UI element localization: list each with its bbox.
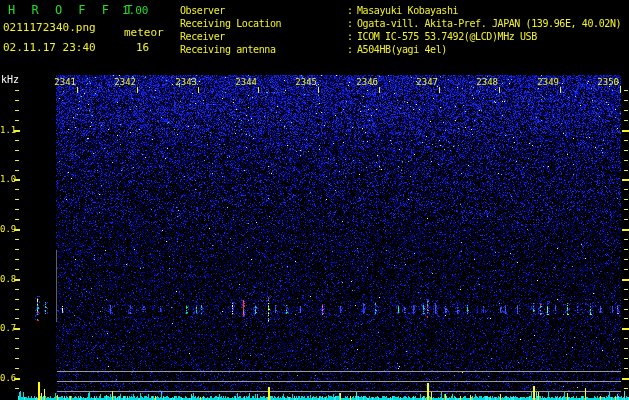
freq-minor-tick [15,209,19,210]
station-separator: : [347,4,357,17]
station-value: Ogata-vill. Akita-Pref. JAPAN (139.96E, … [357,17,621,30]
freq-minor-tick [15,100,19,101]
freq-major-tick [622,378,629,380]
freq-minor-tick [15,269,19,270]
station-row: Receiving Location:Ogata-vill. Akita-Pre… [180,17,621,30]
freq-label: 0.8 [0,274,13,284]
freq-minor-tick [624,269,628,270]
freq-minor-tick [624,388,628,389]
freq-minor-tick [15,368,19,369]
station-value: ICOM IC-575 53.7492(@LCD)MHz USB [357,30,537,43]
time-label: 2344 [229,77,257,87]
station-value: Masayuki Kobayashi [357,4,458,17]
station-row: Receiver:ICOM IC-575 53.7492(@LCD)MHz US… [180,30,621,43]
app-title: H R O F F T [8,3,137,17]
time-label: 2345 [289,77,317,87]
freq-minor-tick [624,289,628,290]
freq-minor-tick [624,338,628,339]
freq-minor-tick [624,219,628,220]
freq-minor-tick [15,249,19,250]
time-tick [198,87,199,93]
hrofft-screen: H R O F F T 1.00 0211172340.png meteor 0… [0,0,629,400]
freq-minor-tick [624,160,628,161]
freq-minor-tick [624,358,628,359]
freq-label: 0.6 [0,373,13,383]
freq-major-tick [622,279,629,281]
freq-minor-tick [15,239,19,240]
freq-minor-tick [624,199,628,200]
freq-minor-tick [624,209,628,210]
freq-label: 0.7 [0,323,13,333]
time-label: 2342 [108,77,136,87]
mode-label: meteor [124,26,164,39]
freq-minor-tick [15,309,19,310]
time-tick [318,87,319,93]
time-label: 2343 [169,77,197,87]
freq-minor-tick [15,289,19,290]
freq-minor-tick [624,309,628,310]
time-tick [258,87,259,93]
freq-minor-tick [15,199,19,200]
freq-label: 1.1 [0,125,13,135]
time-label: 2346 [350,77,378,87]
output-filename: 0211172340.png [3,21,96,34]
freq-major-tick [622,229,629,231]
station-separator: : [347,17,357,30]
station-separator: : [347,43,357,56]
freq-minor-tick [624,150,628,151]
station-label: Receiver [180,30,347,43]
time-tick [379,87,380,93]
station-label: Receiving antenna [180,43,347,56]
freq-minor-tick [15,150,19,151]
station-separator: : [347,30,357,43]
freq-minor-tick [15,299,19,300]
freq-minor-tick [624,368,628,369]
freq-minor-tick [624,100,628,101]
freq-minor-tick [624,110,628,111]
time-tick [137,87,138,93]
freq-axis-unit: kHz [1,74,19,85]
time-tick [499,87,500,93]
freq-minor-tick [624,299,628,300]
time-label: 2349 [531,77,559,87]
station-label: Receiving Location [180,17,347,30]
freq-minor-tick [624,318,628,319]
freq-minor-tick [15,189,19,190]
time-tick [77,87,78,93]
time-tick [439,87,440,93]
time-label: 2348 [470,77,498,87]
station-row: Observer:Masayuki Kobayashi [180,4,621,17]
freq-minor-tick [15,170,19,171]
freq-major-tick [622,328,629,330]
station-row: Receiving antenna:A504HB(yagi 4el) [180,43,621,56]
freq-minor-tick [15,140,19,141]
freq-minor-tick [624,239,628,240]
freq-minor-tick [15,259,19,260]
freq-label: 0.9 [0,224,13,234]
freq-minor-tick [624,189,628,190]
freq-minor-tick [624,120,628,121]
freq-minor-tick [15,338,19,339]
freq-minor-tick [15,90,19,91]
time-label: 2341 [48,77,76,87]
time-label: 2347 [410,77,438,87]
freq-minor-tick [624,170,628,171]
freq-minor-tick [15,219,19,220]
freq-major-tick [622,130,629,132]
station-value: A504HB(yagi 4el) [357,43,447,56]
spectrogram-canvas [0,0,629,400]
freq-minor-tick [624,140,628,141]
freq-minor-tick [15,318,19,319]
time-tick [620,87,621,93]
time-label: 2350 [591,77,619,87]
app-version: 1.00 [122,4,149,17]
station-info: Observer:Masayuki KobayashiReceiving Loc… [180,4,621,56]
freq-minor-tick [15,120,19,121]
freq-minor-tick [15,358,19,359]
time-tick [560,87,561,93]
meteor-count: 16 [136,41,149,54]
freq-minor-tick [624,90,628,91]
freq-minor-tick [15,348,19,349]
station-label: Observer [180,4,347,17]
capture-datetime: 02.11.17 23:40 [3,41,96,54]
